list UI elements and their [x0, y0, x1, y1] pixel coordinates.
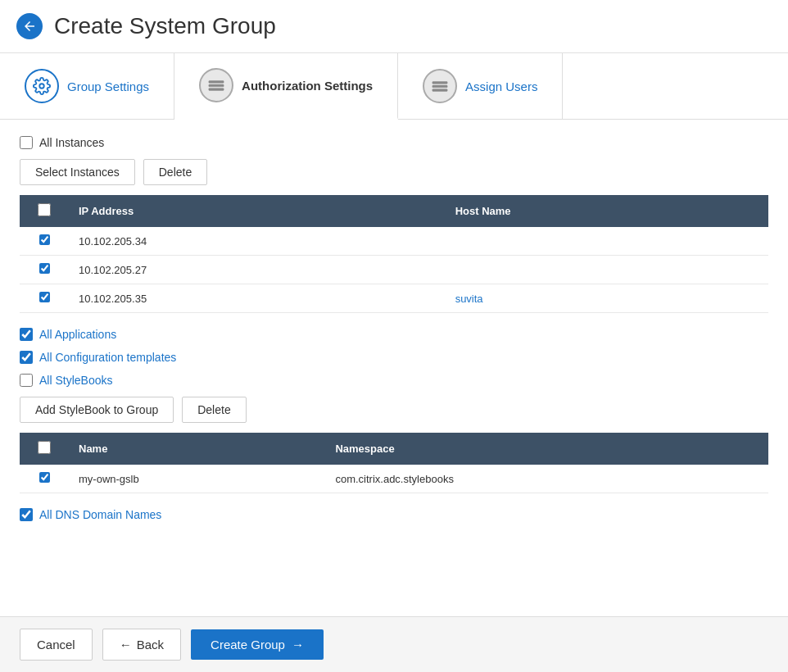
select-instances-button[interactable]: Select Instances: [20, 159, 135, 185]
assign-users-icon: [423, 69, 457, 103]
tab-assign-users[interactable]: Assign Users: [398, 53, 563, 119]
back-arrow-icon: ←: [120, 638, 132, 652]
host-name-column-header: Host Name: [446, 195, 768, 227]
tab-bar: Group Settings Authorization Settings As…: [0, 53, 788, 120]
authorization-settings-icon: [199, 68, 233, 102]
all-dns-row: All DNS Domain Names: [20, 508, 768, 521]
instance-row-3-hostname: suvita: [446, 284, 768, 313]
arrow-right-icon: →: [292, 638, 304, 652]
all-instances-row: All Instances: [20, 136, 768, 149]
svg-rect-3: [209, 89, 224, 91]
all-stylebooks-label[interactable]: All StyleBooks: [39, 374, 112, 387]
instance-row-2-checkbox[interactable]: [39, 263, 50, 274]
create-group-button[interactable]: Create Group →: [191, 629, 324, 660]
all-applications-checkbox[interactable]: [20, 328, 33, 341]
svg-rect-4: [432, 82, 447, 84]
stylebooks-toolbar: Add StyleBook to Group Delete: [20, 397, 768, 423]
instance-row-3-checkbox[interactable]: [39, 292, 50, 302]
tab-authorization-settings-label: Authorization Settings: [242, 79, 373, 93]
page-header: Create System Group: [0, 0, 788, 53]
stylebooks-table: Name Namespace my-own-gslb com.citrix.ad…: [20, 433, 768, 493]
back-button[interactable]: [16, 13, 43, 39]
instances-toolbar: Select Instances Delete: [20, 159, 768, 185]
tab-authorization-settings[interactable]: Authorization Settings: [174, 53, 398, 120]
namespace-column-header: Namespace: [325, 433, 768, 465]
all-config-templates-row: All Configuration templates: [20, 351, 768, 364]
table-row: 10.102.205.35 suvita: [20, 284, 768, 313]
instance-row-1-hostname: [446, 227, 768, 256]
instance-row-2-hostname: [446, 256, 768, 284]
svg-point-0: [39, 84, 44, 89]
table-row: 10.102.205.34: [20, 227, 768, 256]
all-config-templates-checkbox[interactable]: [20, 351, 33, 364]
all-stylebooks-row: All StyleBooks: [20, 374, 768, 387]
svg-rect-1: [209, 81, 224, 84]
instance-row-3-ip: 10.102.205.35: [69, 284, 446, 313]
instance-row-1-checkbox[interactable]: [39, 234, 50, 245]
back-button-label: Back: [137, 638, 164, 652]
add-stylebook-button[interactable]: Add StyleBook to Group: [20, 397, 174, 423]
all-instances-label[interactable]: All Instances: [39, 136, 104, 149]
tab-group-settings-label: Group Settings: [67, 79, 149, 93]
all-config-templates-label[interactable]: All Configuration templates: [39, 351, 176, 364]
all-dns-label[interactable]: All DNS Domain Names: [39, 508, 161, 521]
tab-group-settings[interactable]: Group Settings: [0, 53, 174, 119]
ip-address-column-header: IP Address: [69, 195, 446, 227]
all-dns-checkbox[interactable]: [20, 508, 33, 521]
all-applications-row: All Applications: [20, 328, 768, 341]
instances-delete-button[interactable]: Delete: [143, 159, 207, 185]
stylebooks-delete-button[interactable]: Delete: [182, 397, 246, 423]
stylebook-row-1-namespace: com.citrix.adc.stylebooks: [325, 465, 768, 493]
all-applications-label[interactable]: All Applications: [39, 328, 116, 341]
svg-rect-5: [432, 85, 447, 88]
svg-rect-2: [209, 84, 224, 87]
group-settings-icon: [25, 69, 59, 103]
tab-assign-users-label: Assign Users: [465, 79, 537, 93]
name-column-header: Name: [69, 433, 325, 465]
stylebook-row-1-name: my-own-gslb: [69, 465, 325, 493]
instances-table: IP Address Host Name 10.102.205.34 10.10…: [20, 195, 768, 313]
all-stylebooks-checkbox[interactable]: [20, 374, 33, 387]
all-instances-checkbox[interactable]: [20, 136, 33, 149]
svg-rect-6: [432, 89, 447, 92]
instances-select-all-checkbox[interactable]: [38, 203, 51, 216]
create-group-label: Create Group: [211, 638, 285, 652]
stylebooks-select-all-checkbox[interactable]: [38, 441, 51, 454]
footer: Cancel ← Back Create Group →: [0, 616, 788, 672]
main-content: All Instances Select Instances Delete IP…: [0, 120, 788, 547]
instance-row-1-ip: 10.102.205.34: [69, 227, 446, 256]
instance-row-2-ip: 10.102.205.27: [69, 256, 446, 284]
table-row: my-own-gslb com.citrix.adc.stylebooks: [20, 465, 768, 493]
table-row: 10.102.205.27: [20, 256, 768, 284]
page-title: Create System Group: [54, 13, 276, 39]
stylebook-row-1-checkbox[interactable]: [39, 472, 50, 483]
back-button-footer[interactable]: ← Back: [102, 629, 181, 661]
cancel-button[interactable]: Cancel: [20, 629, 93, 661]
